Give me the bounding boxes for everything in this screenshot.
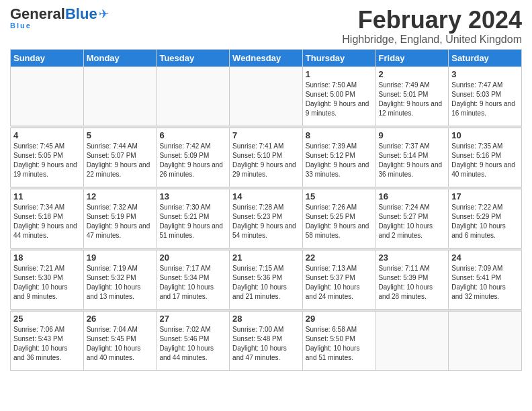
day-info: Sunrise: 7:39 AM Sunset: 5:12 PM Dayligh… (306, 142, 373, 179)
calendar-table: Sunday Monday Tuesday Wednesday Thursday… (10, 49, 522, 371)
calendar-cell (157, 66, 230, 126)
day-number: 27 (159, 314, 226, 324)
week-row-4: 18Sunrise: 7:21 AM Sunset: 5:30 PM Dayli… (11, 250, 522, 309)
calendar-cell: 17Sunrise: 7:22 AM Sunset: 5:29 PM Dayli… (449, 189, 522, 248)
day-info: Sunrise: 7:22 AM Sunset: 5:29 PM Dayligh… (451, 203, 519, 240)
day-number: 6 (159, 130, 226, 140)
day-info: Sunrise: 7:15 AM Sunset: 5:36 PM Dayligh… (232, 264, 300, 302)
day-info: Sunrise: 7:45 AM Sunset: 5:05 PM Dayligh… (13, 142, 81, 179)
calendar-cell: 27Sunrise: 7:02 AM Sunset: 5:46 PM Dayli… (157, 311, 230, 370)
day-info: Sunrise: 7:19 AM Sunset: 5:32 PM Dayligh… (87, 264, 154, 302)
calendar-header-row: Sunday Monday Tuesday Wednesday Thursday… (11, 49, 522, 66)
logo: GeneralBlue ✈ Blue (10, 7, 109, 30)
day-number: 2 (379, 69, 446, 79)
calendar-cell (230, 66, 303, 126)
day-number: 14 (232, 191, 300, 201)
day-info: Sunrise: 7:24 AM Sunset: 5:27 PM Dayligh… (379, 203, 446, 240)
day-info: Sunrise: 7:49 AM Sunset: 5:01 PM Dayligh… (379, 81, 446, 118)
calendar-cell: 22Sunrise: 7:13 AM Sunset: 5:37 PM Dayli… (302, 250, 375, 309)
logo-text: GeneralBlue (10, 7, 97, 21)
day-number: 1 (306, 69, 373, 79)
col-friday: Friday (375, 49, 449, 66)
week-row-5: 25Sunrise: 7:06 AM Sunset: 5:43 PM Dayli… (11, 311, 522, 370)
calendar-cell: 20Sunrise: 7:17 AM Sunset: 5:34 PM Dayli… (157, 250, 230, 309)
calendar-cell: 26Sunrise: 7:04 AM Sunset: 5:45 PM Dayli… (83, 311, 157, 370)
calendar-cell: 8Sunrise: 7:39 AM Sunset: 5:12 PM Daylig… (302, 128, 375, 187)
header: GeneralBlue ✈ Blue February 2024 Highbri… (10, 7, 522, 46)
day-info: Sunrise: 7:04 AM Sunset: 5:45 PM Dayligh… (87, 325, 154, 363)
calendar-cell: 23Sunrise: 7:11 AM Sunset: 5:39 PM Dayli… (375, 250, 449, 309)
day-number: 8 (306, 130, 373, 140)
day-number: 5 (87, 130, 154, 140)
calendar-cell: 1Sunrise: 7:50 AM Sunset: 5:00 PM Daylig… (302, 66, 375, 126)
day-number: 17 (451, 191, 519, 201)
calendar-cell: 5Sunrise: 7:44 AM Sunset: 5:07 PM Daylig… (83, 128, 157, 187)
calendar-cell: 28Sunrise: 7:00 AM Sunset: 5:48 PM Dayli… (230, 311, 303, 370)
day-info: Sunrise: 7:30 AM Sunset: 5:21 PM Dayligh… (159, 203, 226, 240)
day-info: Sunrise: 7:44 AM Sunset: 5:07 PM Dayligh… (87, 142, 154, 179)
calendar-cell (83, 66, 157, 126)
logo-blue: Blue (65, 5, 97, 22)
calendar-cell: 29Sunrise: 6:58 AM Sunset: 5:50 PM Dayli… (302, 311, 375, 370)
day-number: 20 (159, 253, 226, 263)
day-info: Sunrise: 7:35 AM Sunset: 5:16 PM Dayligh… (451, 142, 519, 179)
calendar-cell: 24Sunrise: 7:09 AM Sunset: 5:41 PM Dayli… (449, 250, 522, 309)
day-number: 13 (159, 191, 226, 201)
day-info: Sunrise: 7:21 AM Sunset: 5:30 PM Dayligh… (13, 264, 81, 302)
day-number: 25 (13, 314, 81, 324)
week-row-3: 11Sunrise: 7:34 AM Sunset: 5:18 PM Dayli… (11, 189, 522, 248)
day-info: Sunrise: 7:28 AM Sunset: 5:23 PM Dayligh… (232, 203, 300, 240)
day-info: Sunrise: 7:34 AM Sunset: 5:18 PM Dayligh… (13, 203, 81, 240)
calendar-cell: 3Sunrise: 7:47 AM Sunset: 5:03 PM Daylig… (449, 66, 522, 126)
title-area: February 2024 Highbridge, England, Unite… (342, 7, 522, 46)
calendar-cell: 13Sunrise: 7:30 AM Sunset: 5:21 PM Dayli… (157, 189, 230, 248)
col-tuesday: Tuesday (157, 49, 230, 66)
day-number: 26 (87, 314, 154, 324)
calendar-cell: 12Sunrise: 7:32 AM Sunset: 5:19 PM Dayli… (83, 189, 157, 248)
day-info: Sunrise: 7:17 AM Sunset: 5:34 PM Dayligh… (159, 264, 226, 302)
col-wednesday: Wednesday (230, 49, 303, 66)
day-number: 23 (379, 253, 446, 263)
day-info: Sunrise: 7:13 AM Sunset: 5:37 PM Dayligh… (306, 264, 373, 302)
logo-bird-icon: ✈ (99, 7, 109, 21)
calendar-cell: 4Sunrise: 7:45 AM Sunset: 5:05 PM Daylig… (11, 128, 84, 187)
day-number: 11 (13, 191, 81, 201)
day-number: 12 (87, 191, 154, 201)
day-info: Sunrise: 7:41 AM Sunset: 5:10 PM Dayligh… (232, 142, 300, 179)
day-number: 4 (13, 130, 81, 140)
day-number: 15 (306, 191, 373, 201)
day-number: 21 (232, 253, 300, 263)
day-info: Sunrise: 7:50 AM Sunset: 5:00 PM Dayligh… (306, 81, 373, 118)
day-info: Sunrise: 7:02 AM Sunset: 5:46 PM Dayligh… (159, 325, 226, 363)
calendar-cell: 10Sunrise: 7:35 AM Sunset: 5:16 PM Dayli… (449, 128, 522, 187)
day-info: Sunrise: 7:42 AM Sunset: 5:09 PM Dayligh… (159, 142, 226, 179)
calendar-cell: 6Sunrise: 7:42 AM Sunset: 5:09 PM Daylig… (157, 128, 230, 187)
day-number: 10 (451, 130, 519, 140)
calendar-cell: 25Sunrise: 7:06 AM Sunset: 5:43 PM Dayli… (11, 311, 84, 370)
calendar-cell: 11Sunrise: 7:34 AM Sunset: 5:18 PM Dayli… (11, 189, 84, 248)
calendar-cell: 15Sunrise: 7:26 AM Sunset: 5:25 PM Dayli… (302, 189, 375, 248)
page-container: GeneralBlue ✈ Blue February 2024 Highbri… (0, 0, 532, 374)
day-number: 19 (87, 253, 154, 263)
day-number: 9 (379, 130, 446, 140)
day-number: 24 (451, 253, 519, 263)
day-number: 16 (379, 191, 446, 201)
calendar-cell: 2Sunrise: 7:49 AM Sunset: 5:01 PM Daylig… (375, 66, 449, 126)
day-number: 3 (451, 69, 519, 79)
day-number: 18 (13, 253, 81, 263)
calendar-cell: 9Sunrise: 7:37 AM Sunset: 5:14 PM Daylig… (375, 128, 449, 187)
calendar-cell (375, 311, 449, 370)
day-number: 7 (232, 130, 300, 140)
col-saturday: Saturday (449, 49, 522, 66)
day-number: 22 (306, 253, 373, 263)
calendar-cell: 7Sunrise: 7:41 AM Sunset: 5:10 PM Daylig… (230, 128, 303, 187)
week-row-1: 1Sunrise: 7:50 AM Sunset: 5:00 PM Daylig… (11, 66, 522, 126)
day-info: Sunrise: 7:11 AM Sunset: 5:39 PM Dayligh… (379, 264, 446, 302)
logo-underline: Blue (10, 21, 32, 30)
day-info: Sunrise: 6:58 AM Sunset: 5:50 PM Dayligh… (306, 325, 373, 363)
col-thursday: Thursday (302, 49, 375, 66)
day-info: Sunrise: 7:09 AM Sunset: 5:41 PM Dayligh… (451, 264, 519, 302)
day-info: Sunrise: 7:37 AM Sunset: 5:14 PM Dayligh… (379, 142, 446, 179)
calendar-cell: 21Sunrise: 7:15 AM Sunset: 5:36 PM Dayli… (230, 250, 303, 309)
calendar-cell (11, 66, 84, 126)
